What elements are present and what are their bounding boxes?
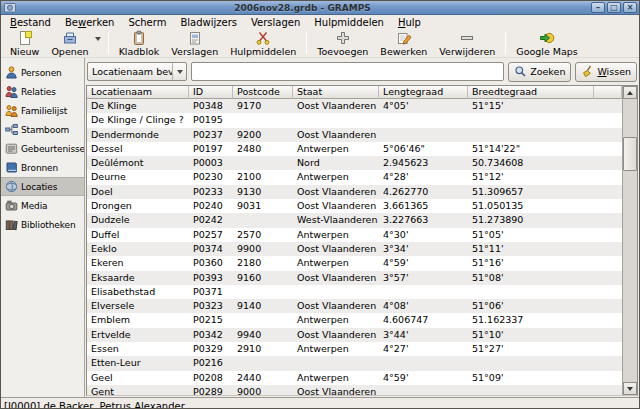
table-row[interactable]: GentP02899000Oost Vlaanderen xyxy=(87,385,622,395)
toolbar-button-nieuw[interactable]: Nieuw xyxy=(4,30,45,56)
cell-locatienaam: Etten-Leur xyxy=(87,356,189,370)
table-row[interactable]: DuffelP02572570Antwerpen4°30'51°05' xyxy=(87,228,622,242)
cell-lengtegraad xyxy=(379,128,468,142)
cell-lengtegraad: 4.262770 xyxy=(379,185,468,199)
menu-hulp[interactable]: Hulp xyxy=(391,16,428,29)
minimize-button[interactable]: – xyxy=(591,2,605,13)
table-row[interactable]: DeurneP02302100Antwerpen4°28'51°12' xyxy=(87,170,622,184)
filter-field-select[interactable]: Locatienaam bevat xyxy=(87,62,187,81)
media-icon xyxy=(4,199,18,212)
cell-staat: Oost Vlaanderen xyxy=(293,385,379,395)
cell-id: P0242 xyxy=(189,213,233,227)
table-row[interactable]: EksaardeP03939160Oost Vlaanderen3°57'51°… xyxy=(87,271,622,285)
toolbar-label-verwijderen: Verwijderen xyxy=(439,46,495,57)
cell-postcode xyxy=(233,285,293,299)
cell-lengtegraad: 4°28' xyxy=(379,170,468,184)
clear-button-label: Wissen xyxy=(597,66,631,77)
gramps-window: 2006nov28.grdb - GRAMPS – □ × BestandBew… xyxy=(0,0,640,409)
scroll-down-button[interactable] xyxy=(623,382,637,395)
menubar: BestandBewerkenSchermBladwijzersVerslage… xyxy=(1,15,639,29)
sidebar-item-bronnen[interactable]: Bronnen xyxy=(1,158,84,177)
cell-locatienaam: Essen xyxy=(87,342,189,356)
search-input[interactable] xyxy=(191,62,504,81)
column-header-postcode[interactable]: Postcode xyxy=(233,86,293,99)
table-row[interactable]: DesselP01972480Antwerpen5°06'46"51°14'22… xyxy=(87,142,622,156)
cell-postcode xyxy=(233,213,293,227)
maximize-button[interactable]: □ xyxy=(607,2,621,13)
toolbar-button-kladblok[interactable]: Kladblok xyxy=(113,30,166,56)
sidebar-item-label: Relaties xyxy=(21,87,56,97)
menu-bestand[interactable]: Bestand xyxy=(3,16,58,29)
clear-icon xyxy=(581,65,594,78)
open-icon xyxy=(62,30,78,46)
sidebar-item-media[interactable]: Media xyxy=(1,196,84,215)
table-row[interactable]: DeûlémontP0003Nord2.94562350.734608 xyxy=(87,156,622,170)
toolbar-button-toevoegen[interactable]: Toevoegen xyxy=(311,30,374,56)
toolbar-button-verslagen[interactable]: Verslagen xyxy=(165,30,224,56)
column-header-id[interactable]: ID xyxy=(189,86,233,99)
table-row[interactable]: DoelP02339130Oost Vlaanderen4.26277051.3… xyxy=(87,185,622,199)
menu-bladwijzers[interactable]: Bladwijzers xyxy=(173,16,244,29)
table-row[interactable]: De KlingeP03489170Oost Vlaanderen4°05'51… xyxy=(87,99,622,113)
search-icon xyxy=(514,65,527,78)
cell-lengtegraad: 4°08' xyxy=(379,299,468,313)
cell-breedtegraad xyxy=(468,356,594,370)
close-button[interactable]: × xyxy=(623,2,637,13)
sidebar-item-gebeurtenissen[interactable]: Gebeurtenissen xyxy=(1,139,84,158)
scroll-up-button[interactable] xyxy=(623,86,637,99)
table-row[interactable]: ElisabethstadP0371 xyxy=(87,285,622,299)
cell-postcode: 2910 xyxy=(233,342,293,356)
table-row[interactable]: EkerenP03602180Antwerpen4°59'51°16' xyxy=(87,256,622,270)
cell-postcode: 9160 xyxy=(233,271,293,285)
cell-postcode: 9000 xyxy=(233,385,293,395)
table-row[interactable]: EmblemP0215Antwerpen4.60674751.162337 xyxy=(87,313,622,327)
cell-locatienaam: Drongen xyxy=(87,199,189,213)
vertical-scrollbar[interactable] xyxy=(622,86,637,395)
search-button[interactable]: Zoeken xyxy=(508,62,571,82)
toolbar-button-google-maps[interactable]: Google Maps xyxy=(510,30,584,56)
cell-staat: Oost Vlaanderen xyxy=(293,242,379,256)
sidebar-item-relaties[interactable]: Relaties xyxy=(1,82,84,101)
sidebar-item-stamboom[interactable]: Stamboom xyxy=(1,120,84,139)
toolbar-button-hulpmiddelen[interactable]: Hulpmiddelen xyxy=(224,30,302,56)
column-header-staat[interactable]: Staat xyxy=(293,86,379,99)
table-row[interactable]: Etten-LeurP0216 xyxy=(87,356,622,370)
column-header-locatienaam[interactable]: Locatienaam xyxy=(87,86,189,99)
menu-scherm[interactable]: Scherm xyxy=(121,16,173,29)
cell-breedtegraad: 51°08' xyxy=(468,271,594,285)
table-row[interactable]: GeelP02082440Antwerpen4°59'51°09' xyxy=(87,371,622,385)
table-row[interactable]: EssenP03292910Antwerpen4°27'51°27' xyxy=(87,342,622,356)
cell-lengtegraad xyxy=(379,113,468,127)
family-list-icon xyxy=(4,104,18,117)
table-row[interactable]: EekloP03749900Oost Vlaanderen3°34'51°11' xyxy=(87,242,622,256)
table-row[interactable]: ErtveldeP03429940Oost Vlaanderen3°44'51°… xyxy=(87,328,622,342)
toolbar-button-verwijderen[interactable]: Verwijderen xyxy=(433,30,501,56)
column-header-breedtegraad[interactable]: Breedtegraad xyxy=(468,86,594,99)
toolbar-dropdown-openen[interactable] xyxy=(95,30,104,56)
menu-bewerken[interactable]: Bewerken xyxy=(58,16,121,29)
toolbar-button-bewerken[interactable]: Bewerken xyxy=(374,30,433,56)
combo-dropdown-button[interactable] xyxy=(172,63,186,80)
sidebar-item-bibliotheken[interactable]: Bibliotheken xyxy=(1,215,84,234)
column-header-lengtegraad[interactable]: Lengtegraad xyxy=(379,86,468,99)
titlebar[interactable]: 2006nov28.grdb - GRAMPS – □ × xyxy=(1,1,639,15)
column-header-filler xyxy=(594,86,622,99)
sidebar-item-label: Gebeurtenissen xyxy=(21,144,85,154)
menu-hulpmiddelen[interactable]: Hulpmiddelen xyxy=(307,16,391,29)
scrollbar-track[interactable] xyxy=(623,99,637,382)
table-row[interactable]: ElverseleP03239140Oost Vlaanderen4°08'51… xyxy=(87,299,622,313)
cell-postcode: 2570 xyxy=(233,228,293,242)
sidebar-item-familielijst[interactable]: Familielijst xyxy=(1,101,84,120)
sidebar-item-personen[interactable]: Personen xyxy=(1,63,84,82)
clear-button[interactable]: Wissen xyxy=(575,62,637,82)
table-row[interactable]: DudzeleP0242West-Vlaanderen3.22766351.27… xyxy=(87,213,622,227)
scrollbar-thumb[interactable] xyxy=(623,137,637,171)
person-icon xyxy=(4,66,18,79)
cell-locatienaam: Elversele xyxy=(87,299,189,313)
table-row[interactable]: De Klinge / Clinge ?P0195 xyxy=(87,113,622,127)
table-row[interactable]: DrongenP02409031Oost Vlaanderen3.6613655… xyxy=(87,199,622,213)
sidebar-item-locaties[interactable]: Locaties xyxy=(1,177,84,196)
menu-verslagen[interactable]: Verslagen xyxy=(244,16,307,29)
table-row[interactable]: DendermondeP02379200Oost Vlaanderen xyxy=(87,128,622,142)
toolbar-button-openen[interactable]: Openen xyxy=(45,30,94,56)
